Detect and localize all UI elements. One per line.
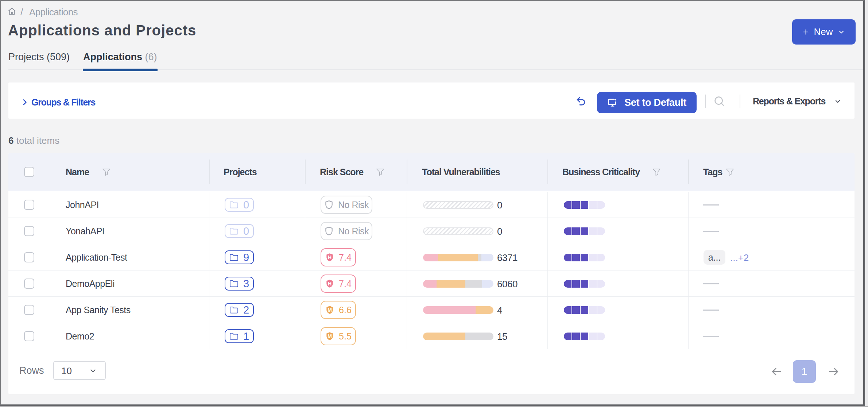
svg-text:M: M: [328, 333, 332, 339]
svg-text:M: M: [328, 307, 332, 313]
svg-text:H: H: [328, 281, 332, 287]
svg-text:H: H: [328, 254, 332, 260]
